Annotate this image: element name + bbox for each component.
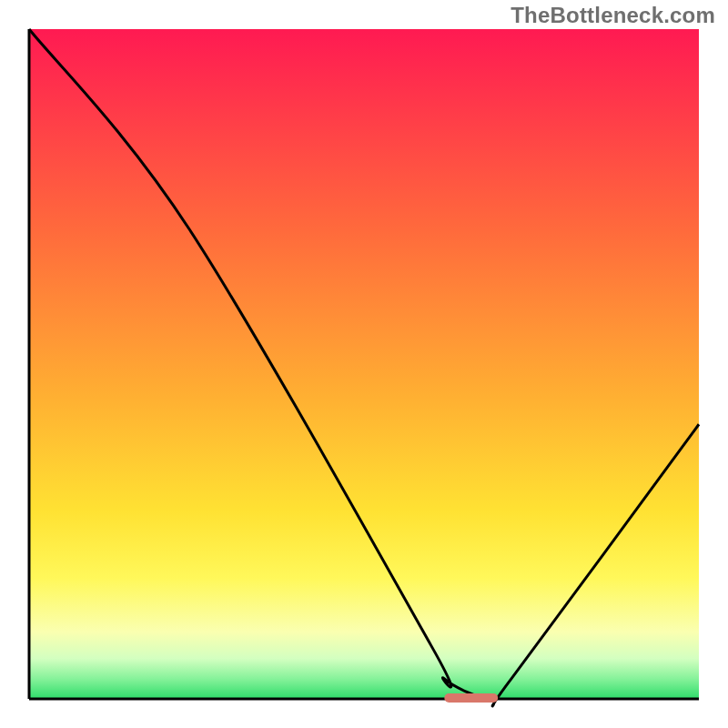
- chart-svg: [0, 0, 728, 728]
- plot-background: [29, 29, 699, 699]
- chart-container: TheBottleneck.com: [0, 0, 728, 728]
- optimal-range-marker: [444, 693, 498, 703]
